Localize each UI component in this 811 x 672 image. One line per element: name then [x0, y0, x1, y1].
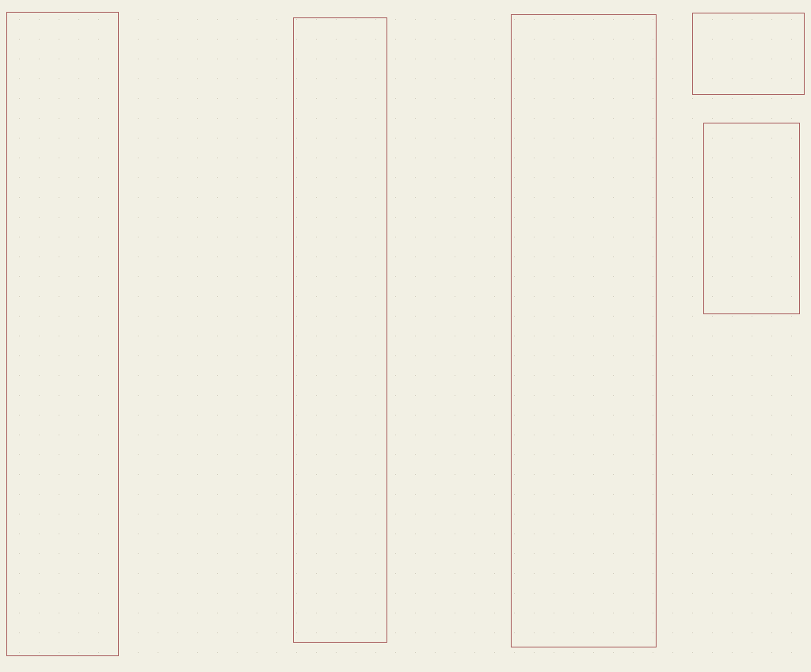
wire-layer — [0, 0, 811, 672]
sheet-uc-box[interactable] — [6, 12, 119, 656]
sheet-measurements-box[interactable] — [511, 14, 657, 647]
schematic-canvas — [0, 0, 811, 672]
sheet-pir-box[interactable] — [703, 123, 800, 314]
sheet-dc-dc-converter-box[interactable] — [692, 13, 805, 95]
sheet-out-drivers-box[interactable] — [293, 17, 387, 643]
